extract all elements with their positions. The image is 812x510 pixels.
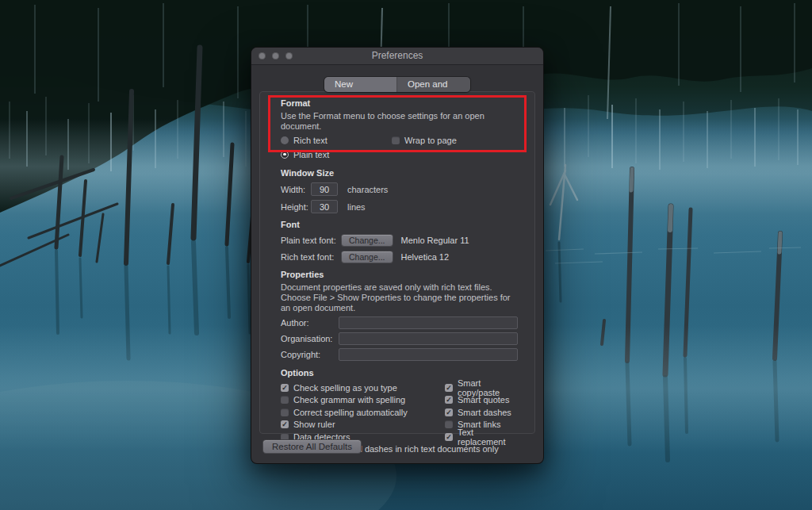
author-label: Author: bbox=[281, 318, 339, 328]
preferences-window: Preferences New Document Open and Save F… bbox=[251, 47, 544, 464]
copyright-field[interactable] bbox=[339, 348, 518, 361]
desktop: Preferences New Document Open and Save F… bbox=[0, 0, 812, 510]
plain-font-name: Menlo Regular 11 bbox=[401, 236, 469, 245]
author-field[interactable] bbox=[339, 316, 518, 329]
smart-copy-paste-checkbox[interactable] bbox=[445, 384, 453, 392]
smart-links-checkbox[interactable] bbox=[445, 420, 453, 428]
check-spelling-checkbox[interactable] bbox=[281, 384, 289, 392]
smart-dashes-checkbox[interactable] bbox=[445, 408, 453, 416]
options-section-title: Options bbox=[281, 368, 523, 378]
text-replacement-checkbox[interactable] bbox=[445, 433, 453, 441]
show-ruler-label: Show ruler bbox=[293, 420, 335, 429]
rich-text-label: Rich text bbox=[293, 136, 327, 145]
restore-defaults-button[interactable]: Restore All Defaults bbox=[262, 439, 362, 454]
check-spelling-label: Check spelling as you type bbox=[293, 383, 397, 393]
organisation-field[interactable] bbox=[339, 332, 518, 345]
copyright-label: Copyright: bbox=[281, 350, 339, 359]
height-input[interactable] bbox=[311, 200, 338, 213]
plain-font-change-button[interactable]: Change... bbox=[341, 234, 393, 247]
height-unit: lines bbox=[347, 202, 366, 212]
properties-description: Document properties are saved only with … bbox=[281, 282, 517, 313]
check-grammar-label: Check grammar with spelling bbox=[293, 395, 405, 405]
tab-open-and-save[interactable]: Open and Save bbox=[396, 77, 470, 92]
correct-spelling-checkbox[interactable] bbox=[281, 408, 289, 416]
plain-text-label: Plain text bbox=[293, 150, 329, 159]
format-section-title: Format bbox=[281, 98, 523, 109]
smart-quotes-checkbox[interactable] bbox=[445, 396, 453, 404]
plain-text-font-label: Plain text font: bbox=[281, 236, 341, 245]
rich-text-font-label: Rich text font: bbox=[281, 252, 341, 262]
width-input[interactable] bbox=[311, 182, 338, 196]
format-description: Use the Format menu to choose settings f… bbox=[281, 111, 523, 132]
window-title: Preferences bbox=[251, 48, 543, 64]
wrap-to-page-label: Wrap to page bbox=[404, 136, 457, 145]
show-ruler-checkbox[interactable] bbox=[281, 420, 289, 428]
organisation-label: Organisation: bbox=[281, 334, 339, 343]
correct-spelling-label: Correct spelling automatically bbox=[293, 408, 408, 417]
smart-quotes-label: Smart quotes bbox=[458, 395, 509, 405]
width-label: Width: bbox=[281, 185, 311, 194]
rich-font-change-button[interactable]: Change... bbox=[341, 251, 393, 263]
width-unit: characters bbox=[347, 185, 388, 194]
check-grammar-checkbox[interactable] bbox=[281, 396, 289, 404]
properties-section-title: Properties bbox=[281, 270, 523, 280]
plain-text-radio[interactable] bbox=[281, 151, 289, 159]
rich-text-radio[interactable] bbox=[281, 136, 289, 144]
wrap-to-page-checkbox[interactable] bbox=[392, 136, 400, 144]
smart-dashes-label: Smart dashes bbox=[458, 408, 511, 417]
font-section-title: Font bbox=[281, 220, 523, 230]
tab-bar: New Document Open and Save bbox=[324, 77, 470, 92]
rich-font-name: Helvetica 12 bbox=[401, 252, 450, 262]
titlebar[interactable]: Preferences bbox=[251, 48, 543, 65]
settings-panel: Format Use the Format menu to choose set… bbox=[259, 91, 535, 434]
window-size-section-title: Window Size bbox=[281, 168, 523, 178]
tab-new-document[interactable]: New Document bbox=[324, 77, 396, 92]
height-label: Height: bbox=[281, 202, 311, 212]
